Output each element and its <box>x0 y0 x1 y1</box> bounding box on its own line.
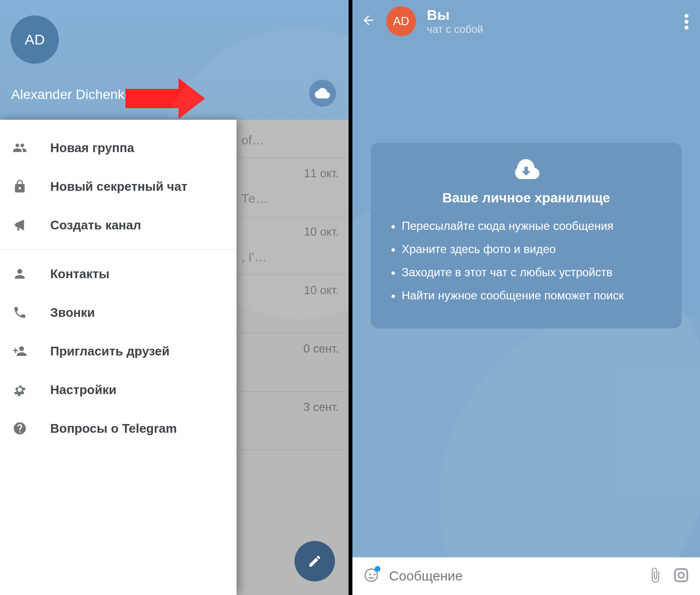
svg-rect-3 <box>675 569 687 581</box>
menu-settings[interactable]: Настройки <box>0 370 237 409</box>
drawer-username: Alexander Dichenko <box>11 87 132 102</box>
saved-messages-cloud-button[interactable] <box>309 80 336 107</box>
drawer-avatar[interactable]: AD <box>11 15 59 64</box>
svg-point-2 <box>685 26 688 29</box>
lock-icon <box>13 179 27 194</box>
chat-list-row: 0 сент. <box>237 333 349 392</box>
svg-point-1 <box>685 20 688 24</box>
menu-faq[interactable]: Вопросы о Telegram <box>0 409 237 448</box>
chat-list-row: 3 сент. <box>237 392 349 450</box>
menu-invite[interactable]: Пригласить друзей <box>0 332 237 370</box>
right-screenshot: AD Вы чат с собой Ваше личное хранилище … <box>352 0 700 595</box>
drawer-menu: Новая группа Новый секретный чат Создать… <box>0 120 237 595</box>
menu-label: Новый секретный чат <box>50 179 187 194</box>
more-options-button[interactable] <box>685 14 688 32</box>
compose-bar <box>352 557 700 595</box>
chat-title: Вы <box>427 7 483 23</box>
back-button[interactable] <box>361 13 376 29</box>
drawer-header: AD Alexander Dichenko <box>0 0 349 120</box>
menu-calls[interactable]: Звонки <box>0 293 237 332</box>
menu-secret-chat[interactable]: Новый секретный чат <box>0 167 237 206</box>
unread-dot <box>375 566 380 572</box>
emoji-button[interactable] <box>363 567 379 585</box>
chat-body: Ваше личное хранилище Пересылайте сюда н… <box>352 42 700 557</box>
chat-subtitle: чат с собой <box>427 23 483 36</box>
menu-label: Вопросы о Telegram <box>50 421 177 436</box>
menu-new-channel[interactable]: Создать канал <box>0 206 237 244</box>
onboard-bullets: Пересылайте сюда нужные сообщения Хранит… <box>389 217 663 304</box>
menu-contacts[interactable]: Контакты <box>0 255 237 293</box>
onboard-bullet: Пересылайте сюда нужные сообщения <box>402 217 663 235</box>
menu-label: Звонки <box>50 305 95 320</box>
contact-icon <box>13 267 27 281</box>
red-arrow-annotation <box>126 78 205 119</box>
onboard-bullet: Заходите в этот чат с любых устройств <box>402 264 663 281</box>
onboard-bullet: Храните здесь фото и видео <box>402 241 663 258</box>
menu-label: Пригласить друзей <box>50 344 169 359</box>
group-icon <box>13 141 27 155</box>
chat-header-text[interactable]: Вы чат с собой <box>427 7 483 36</box>
arrow-left-icon <box>361 13 376 28</box>
phone-icon <box>13 305 27 320</box>
menu-label: Новая группа <box>50 141 134 156</box>
message-input[interactable] <box>389 568 637 584</box>
pencil-icon <box>308 554 322 568</box>
voice-record-button[interactable] <box>673 567 689 585</box>
mic-square-icon <box>673 567 689 583</box>
chat-avatar[interactable]: AD <box>386 6 416 36</box>
help-icon <box>13 421 27 436</box>
menu-label: Создать канал <box>50 218 141 233</box>
cloud-icon <box>315 85 330 101</box>
compose-fab[interactable] <box>294 541 335 581</box>
onboard-heading: Ваше личное хранилище <box>389 190 663 206</box>
gear-icon <box>13 382 27 397</box>
megaphone-icon <box>13 218 27 232</box>
menu-label: Контакты <box>50 267 110 282</box>
attach-button[interactable] <box>647 567 663 585</box>
menu-label: Настройки <box>50 382 116 397</box>
more-vertical-icon <box>685 14 688 30</box>
cloud-download-icon <box>389 156 663 184</box>
paperclip-icon <box>647 567 663 583</box>
onboard-bullet: Найти нужное сообщение поможет поиск <box>402 287 663 304</box>
left-screenshot: ср 12 окт.of… 11 окт.Те… 10 окт., I'… 10… <box>0 0 349 595</box>
chat-header: AD Вы чат с собой <box>352 0 700 42</box>
svg-point-4 <box>678 572 684 578</box>
menu-new-group[interactable]: Новая группа <box>0 128 237 167</box>
person-add-icon <box>13 344 27 358</box>
svg-point-0 <box>685 14 688 18</box>
onboarding-card: Ваше личное хранилище Пересылайте сюда н… <box>371 143 682 328</box>
